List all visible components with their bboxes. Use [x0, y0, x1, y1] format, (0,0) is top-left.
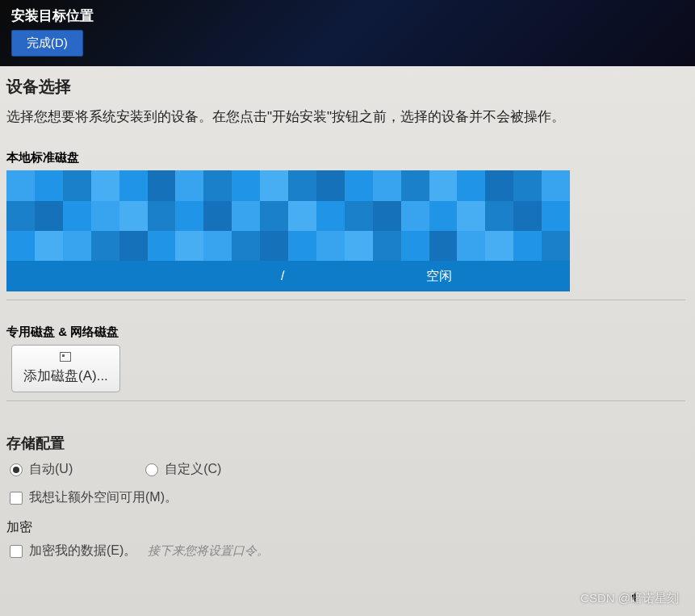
radio-custom-label: 自定义(C) [165, 461, 221, 478]
storage-config-title: 存储配置 [6, 434, 685, 453]
extra-space-label: 我想让额外空间可用(M)。 [29, 489, 178, 506]
main-content: 设备选择 选择您想要将系统安装到的设备。在您点击"开始安装"按钮之前，选择的设备… [0, 66, 695, 559]
header-bar: 安装目标位置 完成(D) [0, 0, 695, 66]
radio-icon [10, 463, 23, 476]
device-selection-description: 选择您想要将系统安装到的设备。在您点击"开始安装"按钮之前，选择的设备并不会被操… [6, 106, 685, 128]
local-disks-container: / 空闲 [6, 170, 685, 300]
radio-icon [145, 463, 158, 476]
radio-auto-label: 自动(U) [29, 461, 73, 478]
radio-auto[interactable]: 自动(U) [10, 461, 73, 478]
special-disks-container: 添加磁盘(A)... [6, 345, 685, 401]
add-disk-label: 添加磁盘(A)... [23, 367, 108, 385]
checkbox-icon [10, 545, 23, 558]
special-disks-title: 专用磁盘 & 网络磁盘 [6, 325, 685, 340]
add-disk-button[interactable]: 添加磁盘(A)... [11, 345, 120, 392]
encryption-row: 加密我的数据(E)。 接下来您将设置口令。 [6, 543, 685, 559]
disk-info-bar: / 空闲 [6, 261, 570, 291]
storage-config-section: 存储配置 自动(U) 自定义(C) 我想让额外空间可用(M)。 加密 加密我的数… [6, 434, 685, 559]
radio-custom[interactable]: 自定义(C) [145, 461, 221, 478]
encrypt-hint: 接下来您将设置口令。 [148, 543, 269, 559]
page-title: 安装目标位置 [11, 6, 684, 25]
watermark: CSDN @暗诺星刻 [580, 591, 679, 606]
encryption-title: 加密 [6, 519, 685, 536]
done-button[interactable]: 完成(D) [11, 30, 83, 57]
partition-radio-group: 自动(U) 自定义(C) [6, 461, 685, 478]
disk-icon [60, 352, 71, 362]
device-selection-title: 设备选择 [6, 76, 685, 98]
local-disks-title: 本地标准磁盘 [6, 150, 685, 166]
disk-separator: / [281, 269, 284, 283]
extra-space-row: 我想让额外空间可用(M)。 [6, 489, 685, 506]
disk-item-selected[interactable]: / 空闲 [6, 170, 570, 291]
checkbox-encrypt[interactable]: 加密我的数据(E)。 [10, 543, 136, 559]
checkbox-extra-space[interactable]: 我想让额外空间可用(M)。 [10, 489, 685, 506]
encrypt-label: 加密我的数据(E)。 [29, 543, 136, 559]
disk-free-label: 空闲 [426, 268, 452, 285]
checkbox-icon [10, 492, 23, 505]
